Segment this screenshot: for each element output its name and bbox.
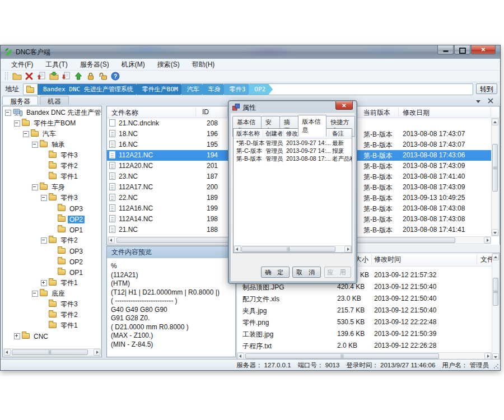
panel-tab-0[interactable]: 服务器	[2, 96, 38, 105]
tree-item[interactable]: 零件1	[3, 320, 101, 331]
close-button[interactable]: ✕	[471, 45, 496, 54]
attachment-row[interactable]: 工装图.jpg139.6 KB2013-09-12 21:50:39	[237, 328, 492, 340]
cancel-button[interactable]: 取 消	[292, 267, 321, 278]
maximize-button[interactable]	[454, 45, 470, 54]
attachment-row[interactable]: 夹具.jpg215.7 KB2013-09-12 21:50:40	[237, 305, 492, 316]
collapse-icon[interactable]	[41, 195, 47, 201]
menu-item-0[interactable]: 文件(F)	[5, 59, 39, 71]
tree-item[interactable]: 汽车	[3, 129, 101, 139]
tree-item[interactable]: 零件3	[3, 299, 101, 310]
scroll-left-icon[interactable]	[4, 349, 11, 356]
export-folder-button[interactable]	[49, 71, 60, 81]
tree-item[interactable]: 车身	[3, 182, 101, 193]
expand-icon[interactable]	[14, 333, 20, 339]
scroll-up-icon[interactable]	[492, 254, 499, 260]
collapse-icon[interactable]	[23, 131, 29, 137]
menu-item-4[interactable]: 搜索(S)	[151, 59, 186, 71]
version-row[interactable]: 第-B-版本管理员2013-08-08 17:...老产品程序	[234, 155, 352, 163]
version-row[interactable]: *第-D-版本管理员2013-09-27 14:...最新	[234, 139, 352, 147]
scroll-up-icon[interactable]	[492, 119, 498, 125]
menu-item-5[interactable]: 帮助(H)	[186, 59, 221, 71]
lock-button[interactable]	[86, 71, 97, 81]
scroll-left-icon[interactable]	[108, 237, 115, 244]
tree-item[interactable]: 零件2	[3, 310, 101, 320]
scrollbar-thumb[interactable]	[493, 278, 498, 306]
help-button[interactable]: ?	[110, 71, 122, 81]
collapse-panel-button[interactable]	[474, 97, 482, 104]
address-field[interactable]: Bandex DNC 先进生产管理系统零件生产BOM汽车车身零件3OP2	[23, 83, 473, 95]
version-column-header-0[interactable]: 版本名称	[236, 130, 260, 138]
scroll-right-icon[interactable]	[344, 246, 351, 253]
dialog-close-button[interactable]: ✕	[335, 101, 353, 110]
attachment-row[interactable]: 零件.png530.5 KB2013-09-12 22:22:48	[237, 316, 492, 328]
checkin-file-button[interactable]	[36, 71, 48, 81]
tree-item[interactable]: 零件3	[3, 150, 101, 161]
menu-item-2[interactable]: 服务器(S)	[74, 59, 115, 71]
attachment-column-header-1[interactable]: 修改时间	[374, 255, 401, 264]
file-list-vertical-scrollbar[interactable]	[491, 118, 499, 236]
breadcrumb-item-5[interactable]: OP2	[249, 84, 273, 95]
go-button[interactable]: 转到	[476, 83, 497, 94]
scroll-left-icon[interactable]	[234, 246, 241, 253]
scroll-right-icon[interactable]	[484, 237, 491, 244]
tree-item[interactable]: OP2	[3, 256, 101, 267]
breadcrumb-item-1[interactable]: 零件生产BOM	[137, 84, 185, 95]
minimize-button[interactable]	[437, 45, 454, 54]
close-panel-button[interactable]	[487, 97, 494, 104]
title-bar[interactable]: DNC客户端 ✕	[1, 45, 500, 59]
tree-item[interactable]: 零件生产BOM	[3, 118, 101, 129]
collapse-icon[interactable]	[32, 142, 38, 148]
attachment-column-header-0[interactable]: 大小	[355, 255, 368, 264]
tree-item[interactable]: OP3	[3, 203, 101, 214]
dialog-tab-3[interactable]: 版本信息	[298, 115, 327, 137]
new-folder-button[interactable]	[12, 71, 23, 81]
tree-item[interactable]: Bandex DNC 先进生产管理系统	[3, 108, 101, 118]
scroll-right-icon[interactable]	[94, 349, 100, 356]
tree-item[interactable]: 底座	[3, 288, 101, 299]
tree-item[interactable]: CNC	[3, 331, 101, 342]
version-column-header-3[interactable]: 备注	[332, 130, 344, 138]
tree-item[interactable]: 零件2	[3, 235, 101, 246]
dialog-title-bar[interactable]: 属性 ✕	[229, 101, 356, 113]
tree-horizontal-scrollbar[interactable]	[3, 348, 101, 356]
menu-item-1[interactable]: 工具(T)	[39, 59, 73, 71]
menu-item-3[interactable]: 机床(M)	[115, 59, 151, 71]
collapse-icon[interactable]	[5, 110, 11, 116]
column-header-2[interactable]: 当前版本	[363, 108, 390, 118]
scrollbar-thumb[interactable]	[245, 353, 439, 359]
collapse-icon[interactable]	[32, 291, 38, 297]
upload-button[interactable]	[73, 71, 85, 81]
collapse-icon[interactable]	[41, 237, 47, 244]
tree-item[interactable]: 轴承	[3, 139, 101, 150]
panel-tab-1[interactable]: 机器	[40, 96, 69, 105]
scrollbar-thumb[interactable]	[12, 349, 88, 355]
tree-item[interactable]: OP2	[3, 214, 101, 225]
scrollbar-thumb[interactable]	[492, 144, 498, 192]
dialog-horizontal-scrollbar[interactable]	[234, 245, 352, 253]
delete-button[interactable]	[24, 71, 35, 81]
breadcrumb-item-0[interactable]: Bandex DNC 先进生产管理系统	[38, 84, 141, 95]
attachment-row[interactable]: 子程序.txt2.0 KB2013-09-12 22:26:28	[237, 340, 492, 352]
scrollbar-thumb[interactable]	[241, 246, 335, 252]
tree-item[interactable]: 零件1	[3, 278, 101, 288]
checkout-file-button[interactable]	[61, 71, 72, 81]
scroll-down-icon[interactable]	[492, 229, 498, 236]
version-column-header-1[interactable]: 创建者	[265, 130, 283, 138]
column-header-1[interactable]: ID	[185, 108, 209, 116]
expand-icon[interactable]	[41, 280, 47, 286]
tree-item[interactable]: OP1	[3, 267, 101, 278]
tree-item[interactable]: 零件2	[3, 161, 101, 171]
column-header-0[interactable]: 文件名称	[111, 108, 138, 118]
collapse-icon[interactable]	[14, 120, 20, 127]
breadcrumb-item-4[interactable]: 零件3	[224, 84, 253, 95]
ok-button[interactable]: 确 定	[261, 267, 290, 278]
collapse-icon[interactable]	[32, 184, 38, 190]
version-row[interactable]: 第-C-版本管理员2013-09-27 14:...报废	[234, 147, 352, 155]
attachment-row[interactable]: 配刀文件.xls23.0 KB2013-09-12 21:50:40	[237, 293, 492, 305]
unlock-button[interactable]	[98, 71, 109, 81]
tree-item[interactable]: 零件1	[3, 171, 101, 182]
resize-grip-icon[interactable]	[493, 363, 499, 369]
attachments-vertical-scrollbar[interactable]	[492, 253, 500, 360]
tree-item[interactable]: OP3	[3, 246, 101, 256]
column-header-3[interactable]: 修改日期	[403, 108, 430, 118]
